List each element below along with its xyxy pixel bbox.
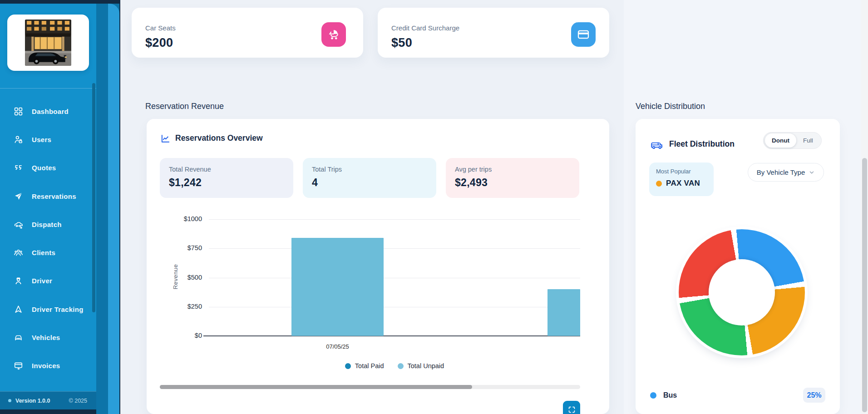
sidebar-item-label: Clients [32, 249, 55, 256]
legend-dot-icon [398, 363, 404, 369]
bar-clipped[interactable] [547, 289, 580, 336]
sidebar: DashboardUsersQuotesReservationsDispatch… [0, 4, 96, 409]
x-tick-label: 07/05/25 [311, 343, 365, 350]
sidebar-item-label: Dashboard [32, 108, 69, 115]
y-tick-label: $250 [165, 303, 202, 310]
sidebar-item-driver-tracking[interactable]: Driver Tracking [0, 295, 96, 323]
card-value: $50 [391, 36, 412, 50]
credit-card-surcharge-card: Credit Card Surcharge $50 [378, 8, 609, 58]
y-tick-label: $750 [165, 244, 202, 251]
sidebar-strip-light [108, 4, 119, 414]
credit-card-icon [571, 22, 596, 47]
most-popular-box: Most Popular PAX VAN [649, 163, 714, 196]
y-tick-label: $1000 [165, 215, 202, 222]
fullscreen-icon [567, 405, 576, 414]
stat-value: $2,493 [455, 177, 570, 189]
card-title: Fleet Distribution [669, 139, 735, 149]
toggle-option-donut[interactable]: Donut [765, 133, 796, 148]
percent-badge: 25% [803, 388, 825, 403]
stat-label: Total Trips [312, 166, 427, 173]
sidebar-item-vehicles[interactable]: Vehicles [0, 323, 96, 351]
card-title: Reservations Overview [175, 133, 263, 143]
sidebar-item-label: Users [32, 136, 51, 143]
legend-label: Total Paid [355, 362, 384, 370]
version-label: Version 1.0.0 [15, 398, 50, 404]
bar-legend: Total PaidTotal Unpaid [209, 362, 580, 370]
fleet-distribution-card: Fleet Distribution DonutFull Most Popula… [636, 119, 840, 414]
sidebar-item-label: Reservations [32, 192, 76, 200]
legend-total-paid[interactable]: Total Paid [345, 362, 384, 370]
page-scrollbar-thumb[interactable] [862, 158, 867, 412]
reservations-overview-card: Reservations Overview Total Revenue$1,24… [147, 119, 609, 414]
stat-value: 4 [312, 177, 427, 189]
quotes-icon [14, 163, 23, 172]
donut-legend-bus[interactable]: Bus25% [650, 388, 825, 403]
stat-avg-per-trips: Avg per trips$2,493 [446, 158, 579, 198]
sidebar-item-label: Driver Tracking [32, 306, 84, 313]
legend-label: Bus [663, 391, 677, 399]
line-chart-icon [160, 133, 171, 144]
sidebar-item-label: Driver [32, 277, 52, 285]
card-label: Credit Card Surcharge [391, 24, 459, 32]
driver-icon [14, 276, 23, 286]
stat-value: $1,242 [169, 177, 284, 189]
stats-row: Total Revenue$1,242Total Trips4Avg per t… [160, 158, 579, 198]
legend-dot-icon [345, 363, 351, 369]
y-tick-label: $0 [165, 332, 202, 339]
donut-chart-wrap [676, 227, 808, 358]
stat-label: Total Revenue [169, 166, 284, 173]
dropdown-value: By Vehicle Type [757, 168, 805, 176]
gridline [209, 307, 580, 307]
stat-total-revenue: Total Revenue$1,242 [160, 158, 293, 198]
vehicle-type-dropdown[interactable]: By Vehicle Type [748, 163, 824, 182]
sidebar-item-label: Dispatch [32, 221, 62, 228]
card-label: Car Seats [145, 24, 176, 32]
chart-mode-toggle: DonutFull [763, 132, 822, 149]
chevron-down-icon [809, 169, 815, 176]
sidebar-item-reservations[interactable]: Reservations [0, 182, 96, 210]
x-axis-line [203, 335, 580, 336]
gridline [209, 278, 580, 278]
chart-horizontal-scrollbar[interactable] [160, 385, 580, 389]
donut-hole [709, 259, 775, 325]
scrollbar-thumb[interactable] [160, 385, 472, 389]
car-seats-card: Car Seats $200 [132, 8, 363, 58]
toggle-option-full[interactable]: Full [796, 133, 820, 148]
stat-label: Avg per trips [455, 166, 570, 173]
legend-dot-icon [650, 392, 656, 399]
navigation-icon [14, 305, 23, 314]
user-lock-icon [14, 135, 23, 144]
van-icon [650, 140, 664, 151]
sidebar-item-quotes[interactable]: Quotes [0, 154, 96, 182]
sidebar-item-driver[interactable]: Driver [0, 267, 96, 295]
sidebar-item-invoices[interactable]: Invoices [0, 352, 96, 380]
sidebar-frame: DashboardUsersQuotesReservationsDispatch… [0, 0, 120, 414]
logo-card[interactable] [7, 15, 89, 71]
copyright-label: © 2025 [69, 398, 88, 404]
sidebar-item-users[interactable]: Users [0, 125, 96, 153]
y-tick-label: $500 [165, 274, 202, 281]
most-popular-dot-icon [656, 181, 662, 187]
sidebar-item-clients[interactable]: Clients [0, 238, 96, 266]
gridline [209, 219, 580, 220]
send-icon [14, 192, 23, 201]
stroller-icon [321, 22, 346, 47]
sidebar-item-dispatch[interactable]: Dispatch [0, 210, 96, 238]
sidebar-footer: Version 1.0.0 © 2025 [0, 391, 96, 409]
expand-chart-button[interactable] [563, 401, 580, 414]
logo-photo [25, 20, 71, 66]
donut-legend: Bus25% [650, 388, 825, 403]
vehicle-icon [14, 333, 23, 342]
page-scrollbar[interactable] [861, 0, 868, 414]
invoice-icon [14, 361, 23, 370]
sidebar-divider [0, 88, 96, 89]
sidebar-item-dashboard[interactable]: Dashboard [0, 97, 96, 125]
version-dot-icon [8, 399, 11, 402]
most-popular-value: PAX VAN [666, 179, 700, 188]
sidebar-scrollbar[interactable] [92, 83, 95, 312]
legend-total-unpaid[interactable]: Total Unpaid [398, 362, 444, 370]
distribution-section-title: Vehicle Distribution [636, 102, 705, 111]
car-dispatch-icon [14, 220, 23, 229]
legend-label: Total Unpaid [408, 362, 444, 370]
bar-07/05/25[interactable] [291, 238, 384, 336]
